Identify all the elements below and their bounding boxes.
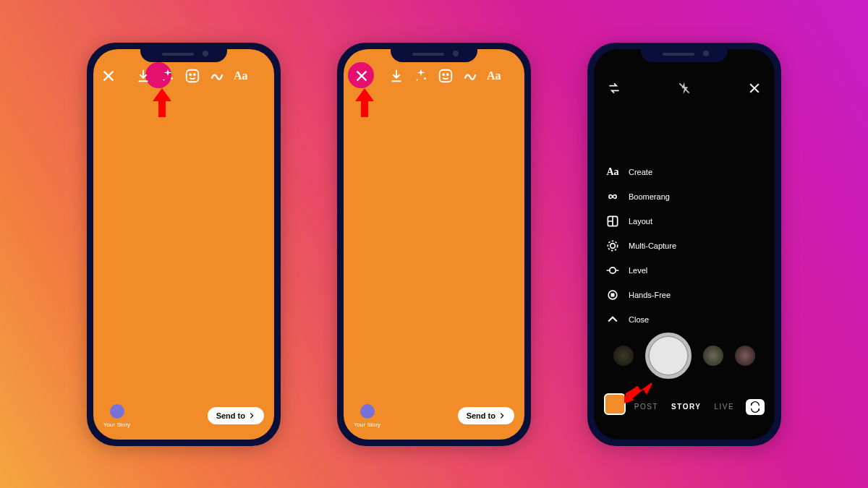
svg-point-0 — [171, 77, 173, 80]
filter-thumbnail[interactable] — [703, 346, 723, 366]
mode-create[interactable]: Aa Create — [605, 165, 676, 179]
close-icon[interactable] — [747, 81, 762, 95]
story-editor-screen: Aa Your Story Send to — [344, 49, 524, 440]
filter-thumbnail[interactable] — [613, 346, 634, 366]
svg-rect-2 — [187, 69, 199, 82]
mode-label: Close — [629, 315, 649, 324]
avatar-icon — [110, 404, 124, 419]
infinity-icon — [605, 189, 620, 204]
level-icon — [605, 263, 620, 278]
mode-close[interactable]: Close — [605, 312, 676, 327]
download-icon[interactable] — [388, 68, 404, 84]
settings-icon[interactable] — [607, 81, 621, 95]
mode-label: Level — [629, 266, 647, 275]
mode-label: Create — [629, 168, 652, 176]
close-icon[interactable] — [354, 68, 370, 84]
avatar-icon — [360, 404, 375, 419]
mode-multi-capture[interactable]: Multi-Capture — [605, 239, 676, 253]
effects-icon[interactable] — [413, 68, 429, 84]
your-story-button[interactable]: Your Story — [354, 404, 380, 428]
mode-label: Boomerang — [629, 192, 670, 201]
send-to-label: Send to — [467, 411, 495, 420]
tab-live[interactable]: LIVE — [714, 403, 734, 411]
text-tool-icon[interactable]: Aa — [234, 68, 248, 84]
tab-post[interactable]: POST — [634, 403, 658, 411]
story-camera-screen: Aa Create Boomerang Layout — [594, 49, 775, 440]
mode-label: Multi-Capture — [629, 241, 676, 250]
sticker-icon[interactable] — [184, 68, 200, 84]
story-editor-screen: Aa Your Story Send to — [93, 49, 274, 440]
mode-level[interactable]: Level — [605, 263, 676, 278]
svg-point-13 — [610, 267, 616, 273]
text-tool-icon[interactable]: Aa — [487, 68, 501, 84]
flip-camera-icon — [749, 401, 761, 413]
shutter-button[interactable] — [645, 333, 692, 379]
flash-off-icon[interactable] — [677, 81, 692, 95]
your-story-label: Your Story — [103, 421, 130, 428]
flip-camera-button[interactable] — [746, 399, 765, 415]
layout-icon — [605, 214, 620, 228]
chevron-right-icon — [498, 412, 506, 419]
your-story-label: Your Story — [354, 421, 380, 428]
callout-arrow — [151, 88, 173, 117]
phone-mockup-1: Aa Your Story Send to — [87, 43, 281, 446]
svg-point-3 — [190, 74, 191, 75]
your-story-button[interactable]: Your Story — [103, 404, 130, 428]
tab-story[interactable]: STORY — [671, 403, 701, 411]
svg-point-8 — [443, 74, 444, 75]
aa-icon: Aa — [605, 165, 620, 179]
svg-rect-15 — [611, 293, 615, 296]
callout-arrow-overlay — [624, 379, 653, 403]
chevron-up-icon — [605, 312, 620, 327]
mode-hands-free[interactable]: Hands-Free — [605, 288, 676, 302]
svg-point-5 — [424, 77, 426, 80]
effects-icon[interactable] — [160, 68, 176, 84]
phone-mockup-2: Aa Your Story Send to — [337, 43, 531, 446]
callout-arrow — [354, 88, 375, 117]
sticker-icon[interactable] — [438, 68, 454, 84]
svg-point-9 — [447, 74, 448, 75]
draw-icon[interactable] — [209, 68, 225, 84]
filter-thumbnail[interactable] — [735, 346, 755, 366]
gallery-thumbnail[interactable] — [604, 393, 626, 415]
send-to-label: Send to — [216, 411, 245, 420]
svg-point-4 — [194, 74, 195, 75]
send-to-button[interactable]: Send to — [208, 407, 264, 424]
mode-label: Hands-Free — [629, 291, 671, 299]
mode-label: Layout — [629, 217, 652, 226]
mode-layout[interactable]: Layout — [605, 214, 676, 228]
svg-rect-7 — [440, 69, 452, 82]
chevron-right-icon — [248, 412, 255, 419]
phone-mockup-3: Aa Create Boomerang Layout — [587, 43, 781, 446]
svg-point-11 — [610, 243, 616, 248]
svg-point-6 — [417, 79, 418, 80]
download-icon[interactable] — [135, 68, 151, 84]
mode-boomerang[interactable]: Boomerang — [605, 189, 676, 204]
svg-point-12 — [608, 241, 617, 250]
multi-capture-icon — [605, 239, 620, 253]
draw-icon[interactable] — [462, 68, 478, 84]
svg-point-1 — [163, 79, 165, 80]
hands-free-icon — [605, 288, 620, 302]
send-to-button[interactable]: Send to — [458, 407, 514, 424]
close-icon[interactable] — [101, 68, 116, 84]
